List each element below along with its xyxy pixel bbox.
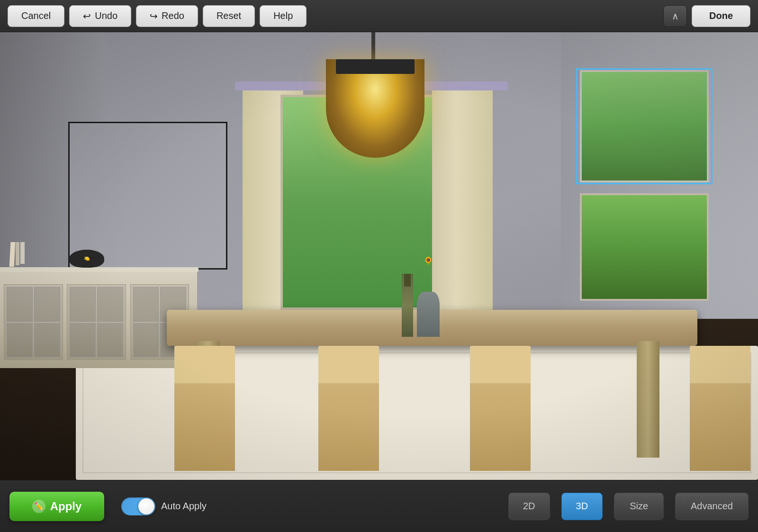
reset-button[interactable]: Reset — [203, 5, 255, 27]
advanced-label: Advanced — [691, 501, 733, 511]
chevron-up-icon: ∧ — [672, 11, 679, 21]
chair-front-center — [318, 346, 379, 471]
toggle-knob — [138, 498, 154, 514]
apply-button[interactable]: ✏️ Apply — [9, 492, 104, 521]
chair-far-right — [690, 346, 750, 471]
cancel-label: Cancel — [21, 10, 51, 21]
undo-button[interactable]: ↩ Undo — [69, 5, 131, 27]
flower-vase: 🌻 — [417, 292, 440, 337]
done-label: Done — [709, 10, 733, 21]
scene-viewport[interactable]: 🍋 🌻 — [0, 32, 758, 480]
reset-label: Reset — [217, 10, 241, 21]
advanced-button[interactable]: Advanced — [675, 493, 749, 520]
view-3d-label: 3D — [576, 501, 588, 511]
table-leg-right — [637, 341, 659, 458]
chair-front-right — [470, 346, 531, 471]
view-3d-button[interactable]: 3D — [561, 493, 603, 520]
auto-apply-group: Auto Apply — [121, 497, 207, 515]
size-button[interactable]: Size — [614, 493, 664, 520]
redo-icon: ↪ — [150, 10, 158, 22]
undo-icon: ↩ — [83, 10, 91, 22]
right-window-top-selected[interactable] — [576, 68, 713, 185]
cancel-button[interactable]: Cancel — [8, 5, 64, 27]
view-2d-label: 2D — [523, 501, 535, 511]
redo-label: Redo — [162, 10, 184, 21]
chandelier-body — [326, 59, 424, 158]
auto-apply-label: Auto Apply — [161, 501, 207, 512]
help-button[interactable]: Help — [260, 5, 307, 27]
apply-label: Apply — [50, 500, 82, 513]
paint-brush-icon: ✏️ — [32, 500, 45, 513]
collapse-button[interactable]: ∧ — [663, 5, 687, 27]
view-2d-button[interactable]: 2D — [508, 493, 550, 520]
right-window-bottom — [580, 193, 709, 301]
done-button[interactable]: Done — [692, 5, 750, 27]
top-toolbar: Cancel ↩ Undo ↪ Redo Reset Help ∧ Done — [0, 0, 758, 32]
chair-front-left — [174, 346, 235, 471]
bowl: 🍋 — [69, 250, 105, 267]
art-frame — [68, 122, 227, 270]
size-label: Size — [630, 501, 648, 511]
redo-button[interactable]: ↪ Redo — [136, 5, 198, 27]
auto-apply-toggle[interactable] — [121, 497, 155, 515]
room-background: 🍋 🌻 — [0, 32, 758, 480]
help-label: Help — [273, 10, 293, 21]
bottom-toolbar: ✏️ Apply Auto Apply 2D 3D Size Advanced — [0, 480, 758, 532]
undo-label: Undo — [95, 10, 117, 21]
